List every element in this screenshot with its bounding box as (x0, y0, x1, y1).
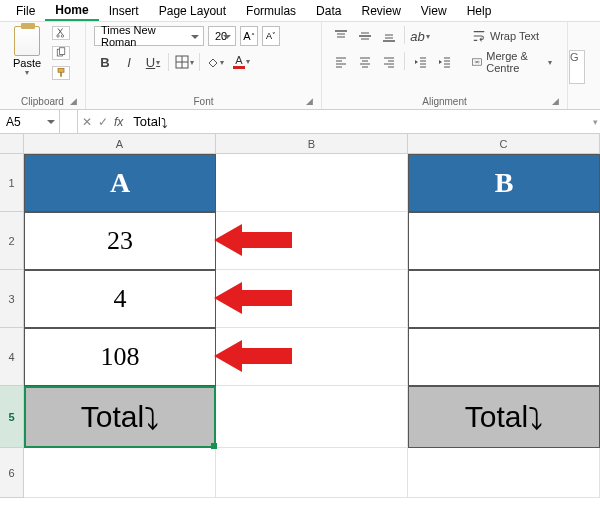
annotation-arrow-icon (214, 220, 294, 260)
align-top-button[interactable] (330, 26, 352, 46)
row-header-4[interactable]: 4 (0, 328, 24, 386)
col-header-a[interactable]: A (24, 134, 216, 154)
alignment-group-label: Alignment (422, 96, 466, 107)
cell-b5[interactable] (216, 386, 408, 448)
menu-bar: File Home Insert Page Layout Formulas Da… (0, 0, 600, 22)
menu-home[interactable]: Home (45, 1, 98, 21)
align-middle-button[interactable] (354, 26, 376, 46)
alignment-launcher-icon[interactable]: ◢ (552, 96, 559, 106)
clipboard-icon (14, 26, 40, 56)
borders-button[interactable]: ▾ (173, 52, 195, 72)
cell-c3[interactable] (408, 270, 600, 328)
wrap-text-icon (472, 29, 486, 43)
paste-button[interactable]: Paste▾ (8, 26, 46, 77)
select-all-corner[interactable] (0, 134, 24, 154)
row-header-6[interactable]: 6 (0, 448, 24, 498)
formula-input[interactable]: Total ⤵ (127, 114, 590, 129)
name-box[interactable]: A5 (0, 110, 60, 133)
italic-button[interactable]: I (118, 52, 140, 72)
format-painter-button[interactable] (52, 66, 70, 80)
arrow-down-icon: ⤵ (161, 116, 168, 131)
wrap-text-button[interactable]: Wrap Text (465, 26, 559, 46)
row-header-3[interactable]: 3 (0, 270, 24, 328)
cell-a3[interactable]: 4 (24, 270, 216, 328)
row-header-1[interactable]: 1 (0, 154, 24, 212)
svg-point-1 (61, 35, 63, 37)
font-name-combo[interactable]: Times New Roman (94, 26, 204, 46)
cell-c6[interactable] (408, 448, 600, 498)
cell-a5[interactable]: Total ⤵ (24, 386, 216, 448)
menu-page-layout[interactable]: Page Layout (149, 2, 236, 20)
ribbon-group-alignment: ab▾ Wrap Text Merge & Ce (322, 22, 568, 109)
cell-a2[interactable]: 23 (24, 212, 216, 270)
row-header-5[interactable]: 5 (0, 386, 24, 448)
cell-b6[interactable] (216, 448, 408, 498)
font-launcher-icon[interactable]: ◢ (306, 96, 313, 106)
svg-marker-41 (214, 340, 292, 372)
menu-file[interactable]: File (6, 2, 45, 20)
align-right-button[interactable] (378, 52, 400, 72)
font-color-button[interactable]: A▾ (228, 52, 250, 72)
increase-font-button[interactable]: A˄ (240, 26, 258, 46)
copy-button[interactable] (52, 46, 70, 60)
svg-rect-5 (60, 72, 62, 77)
fill-color-button[interactable]: ▾ (204, 52, 226, 72)
cell-a6[interactable] (24, 448, 216, 498)
menu-help[interactable]: Help (457, 2, 502, 20)
font-size-combo[interactable]: 20 (208, 26, 236, 46)
menu-review[interactable]: Review (351, 2, 410, 20)
increase-indent-button[interactable] (433, 52, 455, 72)
underline-button[interactable]: U▾ (142, 52, 164, 72)
row-header-2[interactable]: 2 (0, 212, 24, 270)
bold-button[interactable]: B (94, 52, 116, 72)
cell-c2[interactable] (408, 212, 600, 270)
cancel-formula-icon[interactable]: ✕ (82, 115, 92, 129)
cell-c4[interactable] (408, 328, 600, 386)
formula-bar: A5 ✕ ✓ fx Total ⤵ ▾ (0, 110, 600, 134)
expand-formula-bar-icon[interactable]: ▾ (590, 117, 600, 127)
svg-point-0 (57, 35, 59, 37)
cut-button[interactable] (52, 26, 70, 40)
ribbon-group-font: Times New Roman 20 A˄ A˅ B I U▾ ▾ ▾ A▾ F… (86, 22, 322, 109)
clipboard-group-label: Clipboard (21, 96, 64, 107)
decrease-font-button[interactable]: A˅ (262, 26, 280, 46)
align-left-button[interactable] (330, 52, 352, 72)
cell-c1[interactable]: B (408, 154, 600, 212)
orientation-button[interactable]: ab▾ (409, 26, 431, 46)
cell-a1[interactable]: A (24, 154, 216, 212)
svg-marker-40 (214, 282, 292, 314)
ribbon: Paste▾ Clipboard◢ Times New Roman 20 A˄ … (0, 22, 600, 110)
svg-rect-3 (60, 48, 65, 55)
menu-view[interactable]: View (411, 2, 457, 20)
clipboard-launcher-icon[interactable]: ◢ (70, 96, 77, 106)
cell-a4[interactable]: 108 (24, 328, 216, 386)
cell-c5[interactable]: Total ⤵ (408, 386, 600, 448)
svg-marker-39 (214, 224, 292, 256)
align-bottom-button[interactable] (378, 26, 400, 46)
svg-rect-4 (58, 69, 64, 73)
menu-formulas[interactable]: Formulas (236, 2, 306, 20)
merge-icon (472, 55, 482, 69)
menu-data[interactable]: Data (306, 2, 351, 20)
worksheet: A B C 1 A B 2 23 3 4 4 108 5 Total ⤵ Tot… (0, 134, 600, 518)
confirm-formula-icon[interactable]: ✓ (98, 115, 108, 129)
col-header-b[interactable]: B (216, 134, 408, 154)
fx-icon[interactable]: fx (114, 115, 123, 129)
col-header-c[interactable]: C (408, 134, 600, 154)
ribbon-group-clipboard: Paste▾ Clipboard◢ (0, 22, 86, 109)
menu-insert[interactable]: Insert (99, 2, 149, 20)
ribbon-overflow: G (568, 22, 586, 109)
decrease-indent-button[interactable] (409, 52, 431, 72)
annotation-arrow-icon (214, 278, 294, 318)
cell-b1[interactable] (216, 154, 408, 212)
align-center-button[interactable] (354, 52, 376, 72)
font-group-label: Font (193, 96, 213, 107)
merge-centre-button[interactable]: Merge & Centre▾ (465, 52, 559, 72)
annotation-arrow-icon (214, 336, 294, 376)
ribbon-overflow-button[interactable]: G (569, 50, 585, 84)
